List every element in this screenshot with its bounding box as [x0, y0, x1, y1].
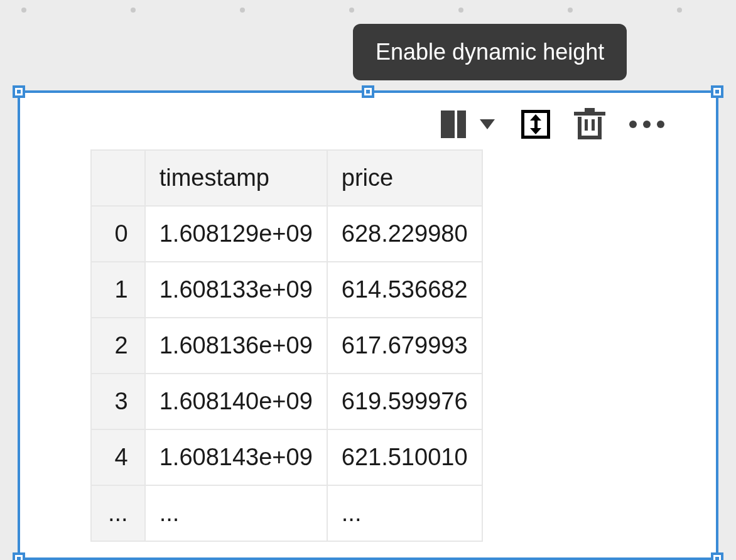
resize-handle-bottom-left[interactable] — [13, 552, 25, 560]
cell-timestamp: 1.608136e+09 — [145, 318, 327, 374]
table-row: 3 1.608140e+09 619.599976 — [91, 374, 482, 429]
widget-toolbar — [441, 109, 664, 139]
trash-icon[interactable] — [576, 109, 603, 139]
cell-price: 617.679993 — [327, 318, 482, 374]
cell-timestamp: 1.608133e+09 — [145, 262, 327, 318]
table-row-ellipsis: ... ... ... — [91, 485, 482, 541]
row-index-ellipsis: ... — [91, 485, 145, 541]
more-icon[interactable] — [629, 121, 664, 128]
resize-handle-top-right[interactable] — [711, 85, 723, 98]
cell-price-ellipsis: ... — [327, 485, 482, 541]
tooltip: Enable dynamic height — [353, 24, 627, 80]
cell-timestamp: 1.608129e+09 — [145, 206, 327, 262]
table-row: 1 1.608133e+09 614.536682 — [91, 262, 482, 318]
cell-price: 614.536682 — [327, 262, 482, 318]
row-index: 1 — [91, 262, 145, 318]
cell-timestamp: 1.608143e+09 — [145, 429, 327, 485]
data-table: timestamp price 0 1.608129e+09 628.22998… — [90, 149, 483, 542]
cell-price: 628.229980 — [327, 206, 482, 262]
row-index: 4 — [91, 429, 145, 485]
cell-price: 619.599976 — [327, 374, 482, 429]
selected-widget[interactable]: timestamp price 0 1.608129e+09 628.22998… — [18, 90, 718, 560]
table-row: 0 1.608129e+09 628.229980 — [91, 206, 482, 262]
resize-handle-top-center[interactable] — [362, 85, 374, 98]
row-index: 0 — [91, 206, 145, 262]
resize-handle-top-left[interactable] — [13, 85, 25, 98]
cell-timestamp: 1.608140e+09 — [145, 374, 327, 429]
row-index: 2 — [91, 318, 145, 374]
cell-price: 621.510010 — [327, 429, 482, 485]
columns-icon[interactable] — [441, 110, 468, 138]
resize-handle-bottom-right[interactable] — [711, 552, 723, 560]
tooltip-text: Enable dynamic height — [376, 39, 604, 65]
table-header-row: timestamp price — [91, 150, 482, 206]
dynamic-height-icon[interactable] — [521, 110, 550, 139]
table-corner — [91, 150, 145, 206]
column-header-timestamp[interactable]: timestamp — [145, 150, 327, 206]
row-index: 3 — [91, 374, 145, 429]
cell-timestamp-ellipsis: ... — [145, 485, 327, 541]
table-row: 4 1.608143e+09 621.510010 — [91, 429, 482, 485]
table-row: 2 1.608136e+09 617.679993 — [91, 318, 482, 374]
caret-down-icon[interactable] — [480, 119, 495, 129]
column-header-price[interactable]: price — [327, 150, 482, 206]
